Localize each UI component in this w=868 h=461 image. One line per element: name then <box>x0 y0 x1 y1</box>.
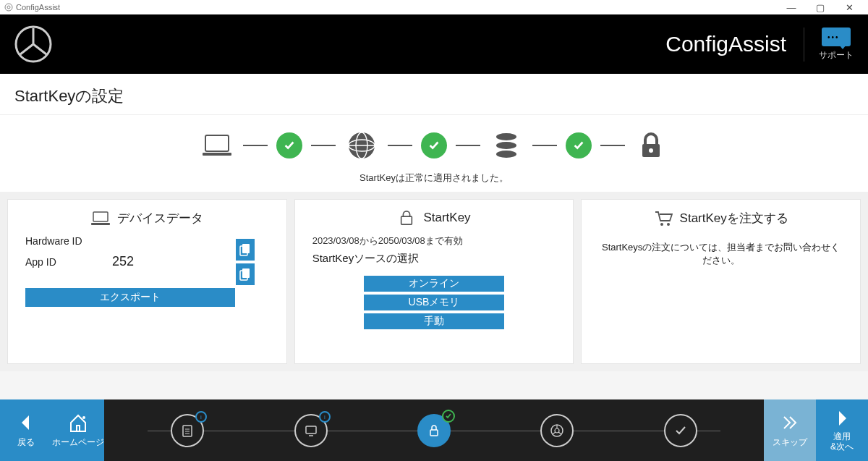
app-header: ConfigAssist ••• サポート <box>0 14 868 74</box>
hardware-id-label: Hardware ID <box>25 235 112 247</box>
laptop-icon <box>200 128 234 163</box>
skip-button[interactable]: スキップ <box>764 399 816 461</box>
svg-text:i: i <box>200 414 202 420</box>
support-label: サポート <box>819 49 854 62</box>
checklist-icon <box>180 423 195 438</box>
progress-section: StartKeyは正常に適用されました。 <box>0 115 868 192</box>
source-usb-button[interactable]: USBメモリ <box>364 295 504 310</box>
back-label: 戻る <box>17 436 35 449</box>
app-mini-icon <box>4 3 13 12</box>
apply-next-label: 適用 &次へ <box>830 432 854 452</box>
export-button[interactable]: エクスポート <box>25 288 235 307</box>
steering-wheel-icon <box>550 423 564 438</box>
svg-point-13 <box>649 148 653 153</box>
app-id-row: App ID 252 <box>25 254 269 269</box>
svg-rect-20 <box>401 216 412 224</box>
startkey-valid-range: 2023/03/08から2050/03/08まで有効 <box>312 234 556 248</box>
svg-rect-26 <box>306 426 316 433</box>
svg-point-23 <box>82 416 85 419</box>
device-card-header: デバイスデータ <box>25 210 269 227</box>
svg-rect-15 <box>91 223 110 225</box>
cart-icon <box>654 211 673 227</box>
app-id-value: 252 <box>112 254 134 269</box>
svg-rect-14 <box>93 212 108 221</box>
cards-row: デバイスデータ Hardware ID App ID 252 エクスポート St… <box>0 192 868 371</box>
startkey-card-header: StartKey <box>312 210 556 226</box>
check-icon <box>276 132 302 158</box>
source-manual-button[interactable]: 手動 <box>364 313 504 329</box>
page-title: StartKeyの設定 <box>14 85 854 107</box>
home-button[interactable]: ホームページ <box>52 399 104 461</box>
app-title: ConfigAssist <box>665 32 786 56</box>
check-badge-icon <box>442 410 455 423</box>
svg-rect-3 <box>205 135 229 151</box>
database-icon <box>489 128 524 163</box>
startkey-card-title: StartKey <box>423 211 470 225</box>
page-title-row: StartKeyの設定 <box>0 74 868 115</box>
svg-point-9 <box>496 133 516 140</box>
svg-rect-18 <box>242 268 250 278</box>
monitor-icon <box>304 423 318 438</box>
svg-rect-4 <box>203 153 231 156</box>
progress-message: StartKeyは正常に適用されました。 <box>0 172 868 185</box>
device-data-card: デバイスデータ Hardware ID App ID 252 エクスポート <box>7 199 287 364</box>
svg-text:i: i <box>324 414 326 420</box>
svg-rect-29 <box>430 430 438 436</box>
home-label: ホームページ <box>52 436 104 449</box>
window-title: ConfigAssist <box>16 3 60 12</box>
order-card-header: StartKeyを注文する <box>599 210 843 227</box>
source-online-button[interactable]: オンライン <box>364 276 504 292</box>
chat-icon: ••• <box>822 28 851 46</box>
lock-icon <box>397 210 416 226</box>
svg-point-21 <box>660 223 663 226</box>
window-titlebar: ConfigAssist — ▢ ✕ <box>0 0 868 14</box>
footer-bar: 戻る ホームページ i i スキップ 適用 &次へ <box>0 399 868 461</box>
svg-point-22 <box>667 223 670 226</box>
svg-point-0 <box>5 4 12 11</box>
step-startkey[interactable] <box>417 414 451 447</box>
step-checklist[interactable]: i <box>171 414 204 447</box>
svg-point-10 <box>496 142 516 149</box>
back-button[interactable]: 戻る <box>0 399 52 461</box>
footer-steps: i i <box>104 399 764 461</box>
step-done[interactable] <box>664 414 697 447</box>
laptop-icon <box>91 211 110 227</box>
lock-icon <box>427 423 441 438</box>
skip-label: スキップ <box>773 436 807 449</box>
mercedes-logo-icon <box>14 25 52 63</box>
lock-icon <box>634 128 668 163</box>
globe-icon <box>344 128 379 163</box>
svg-rect-16 <box>242 244 250 253</box>
info-badge-icon: i <box>319 411 331 423</box>
copy-hardware-id-button[interactable] <box>236 239 255 261</box>
support-button[interactable]: ••• サポート <box>804 28 854 62</box>
order-card-title: StartKeyを注文する <box>680 210 788 227</box>
check-icon <box>421 132 447 158</box>
startkey-card: StartKey 2023/03/08から2050/03/08まで有効 Star… <box>294 199 574 364</box>
device-card-title: デバイスデータ <box>117 210 203 227</box>
app-id-label: App ID <box>25 256 112 268</box>
check-icon <box>673 423 688 438</box>
order-message: StartKeysの注文については、担当者までお問い合わせください。 <box>599 241 843 267</box>
check-icon <box>566 132 592 158</box>
svg-point-1 <box>7 6 10 9</box>
copy-app-id-button[interactable] <box>236 263 255 285</box>
close-button[interactable]: ✕ <box>835 2 864 13</box>
minimize-button[interactable]: — <box>777 2 806 13</box>
order-card: StartKeyを注文する StartKeysの注文については、担当者までお問い… <box>581 199 861 364</box>
hardware-id-row: Hardware ID <box>25 235 269 247</box>
startkey-source-label: StartKeyソースの選択 <box>312 252 556 266</box>
info-badge-icon: i <box>195 411 207 423</box>
svg-point-11 <box>496 151 516 158</box>
maximize-button[interactable]: ▢ <box>806 2 835 13</box>
step-device[interactable]: i <box>294 414 328 447</box>
step-steering[interactable] <box>540 414 574 447</box>
apply-next-button[interactable]: 適用 &次へ <box>816 399 868 461</box>
